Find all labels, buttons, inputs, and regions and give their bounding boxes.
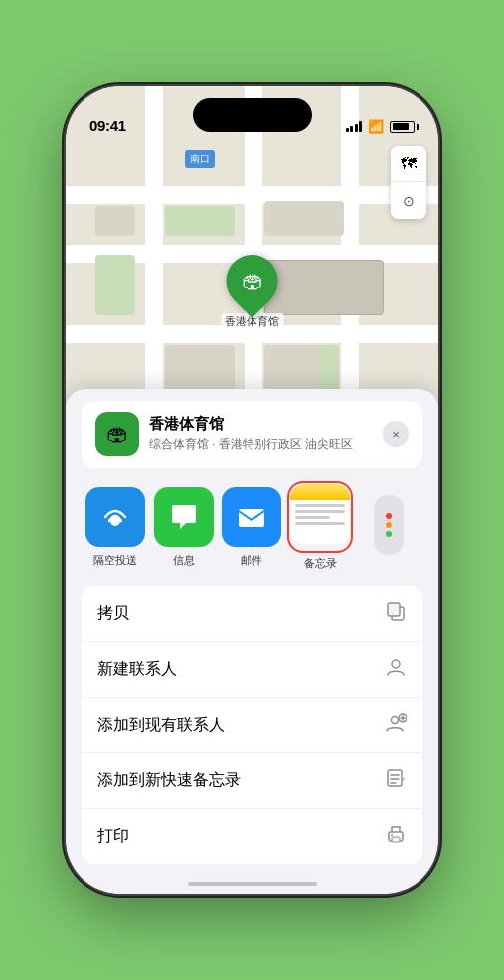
messages-icon — [154, 487, 214, 547]
pin-circle: 🏟 — [216, 245, 289, 318]
more-dots — [386, 513, 392, 537]
dynamic-island — [193, 98, 312, 132]
more-icon — [374, 495, 404, 555]
messages-svg — [166, 499, 202, 535]
person-add-icon — [385, 712, 407, 738]
mail-icon — [222, 487, 281, 547]
close-icon: × — [392, 427, 400, 442]
stadium-pin: 🏟 香港体育馆 — [221, 255, 283, 330]
battery-icon — [390, 121, 415, 133]
airdrop-svg — [97, 499, 133, 535]
stadium-icon: 🏟 — [242, 268, 263, 294]
share-apps-row: 隔空投送 信息 — [66, 468, 438, 578]
location-info: 香港体育馆 综合体育馆 · 香港特别行政区 油尖旺区 — [149, 415, 383, 453]
action-print[interactable]: 打印 — [82, 809, 422, 864]
note-icon — [385, 767, 407, 794]
svg-rect-14 — [392, 837, 400, 842]
action-add-existing-contact[interactable]: 添加到现有联系人 — [82, 698, 422, 753]
location-button[interactable]: ⊙ — [391, 183, 426, 219]
location-venue-icon: 🏟 — [95, 412, 139, 456]
phone-screen: 09:41 📶 — [66, 86, 438, 894]
app-item-airdrop[interactable]: 隔空投送 — [82, 487, 150, 568]
app-item-mail[interactable]: 邮件 — [218, 487, 286, 568]
action-add-note[interactable]: 添加到新快速备忘录 — [82, 753, 422, 809]
action-list: 拷贝 新建联系人 添加到现有联系人 — [82, 586, 422, 864]
location-subtitle: 综合体育馆 · 香港特别行政区 油尖旺区 — [149, 436, 383, 453]
app-item-more[interactable] — [354, 495, 422, 561]
mail-label: 邮件 — [241, 553, 262, 568]
location-name: 香港体育馆 — [149, 415, 383, 434]
notes-label: 备忘录 — [304, 556, 337, 571]
map-controls: 🗺 ⊙ — [391, 146, 426, 219]
map-icon: 🗺 — [401, 155, 417, 173]
svg-rect-1 — [239, 509, 264, 527]
action-copy-label: 拷贝 — [97, 603, 129, 624]
action-add-existing-label: 添加到现有联系人 — [97, 715, 225, 735]
action-add-note-label: 添加到新快速备忘录 — [97, 770, 241, 791]
home-indicator — [188, 882, 317, 886]
svg-point-4 — [392, 660, 400, 668]
action-new-contact[interactable]: 新建联系人 — [82, 642, 422, 698]
svg-point-5 — [392, 717, 399, 724]
close-button[interactable]: × — [383, 421, 409, 447]
person-icon — [385, 656, 407, 683]
location-arrow-icon: ⊙ — [403, 193, 415, 209]
svg-rect-3 — [388, 603, 400, 616]
airdrop-icon — [85, 487, 145, 547]
mail-svg — [234, 499, 269, 535]
action-new-contact-label: 新建联系人 — [97, 659, 177, 680]
app-item-notes[interactable]: 备忘录 — [286, 484, 355, 571]
status-time: 09:41 — [89, 117, 126, 134]
map-label-text: 南口 — [190, 153, 210, 164]
action-print-label: 打印 — [97, 826, 129, 847]
action-copy[interactable]: 拷贝 — [82, 586, 422, 642]
svg-point-15 — [391, 834, 393, 836]
location-card: 🏟 香港体育馆 综合体育馆 · 香港特别行政区 油尖旺区 × — [82, 401, 422, 468]
signal-bars-icon — [346, 121, 363, 132]
map-type-button[interactable]: 🗺 — [391, 146, 426, 182]
map-label: 南口 — [185, 150, 215, 168]
phone-frame: 09:41 📶 — [66, 86, 438, 894]
wifi-icon: 📶 — [368, 119, 384, 134]
airdrop-label: 隔空投送 — [93, 553, 137, 568]
app-item-messages[interactable]: 信息 — [150, 487, 219, 568]
bottom-sheet: 🏟 香港体育馆 综合体育馆 · 香港特别行政区 油尖旺区 × — [66, 389, 438, 894]
print-icon — [385, 823, 407, 850]
messages-label: 信息 — [173, 553, 195, 568]
status-icons: 📶 — [346, 119, 416, 134]
copy-icon — [385, 600, 407, 627]
